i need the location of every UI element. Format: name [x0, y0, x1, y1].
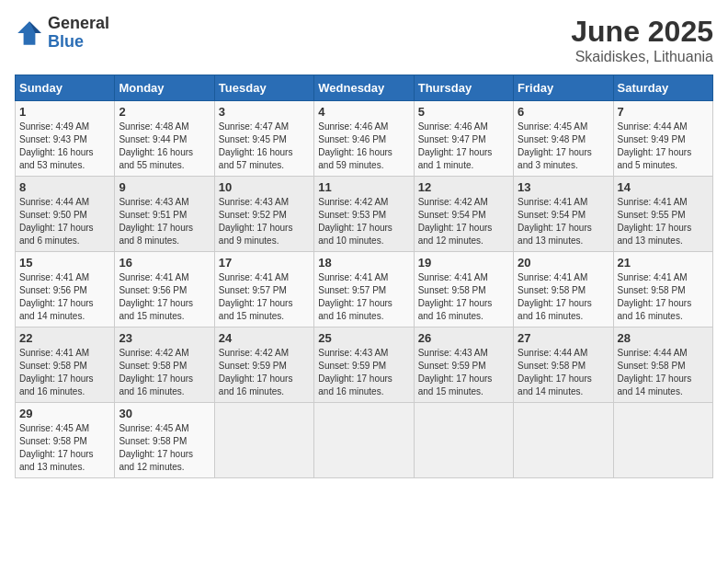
- day-number: 8: [19, 180, 110, 194]
- calendar-cell: 1Sunrise: 4:49 AM Sunset: 9:43 PM Daylig…: [16, 101, 115, 177]
- calendar-cell: 18Sunrise: 4:41 AM Sunset: 9:57 PM Dayli…: [314, 252, 414, 327]
- day-info: Sunrise: 4:42 AM Sunset: 9:53 PM Dayligh…: [318, 196, 409, 247]
- day-number: 6: [518, 105, 609, 119]
- calendar-table: SundayMondayTuesdayWednesdayThursdayFrid…: [15, 75, 713, 478]
- day-number: 16: [119, 256, 210, 270]
- calendar-cell: 15Sunrise: 4:41 AM Sunset: 9:56 PM Dayli…: [16, 252, 115, 327]
- calendar-cell: 23Sunrise: 4:42 AM Sunset: 9:58 PM Dayli…: [115, 327, 214, 403]
- day-info: Sunrise: 4:42 AM Sunset: 9:59 PM Dayligh…: [219, 347, 310, 398]
- day-number: 4: [318, 105, 409, 119]
- day-info: Sunrise: 4:45 AM Sunset: 9:48 PM Dayligh…: [518, 121, 609, 172]
- day-info: Sunrise: 4:43 AM Sunset: 9:59 PM Dayligh…: [418, 347, 509, 398]
- weekday-header-wednesday: Wednesday: [314, 75, 414, 101]
- day-info: Sunrise: 4:44 AM Sunset: 9:58 PM Dayligh…: [618, 347, 709, 398]
- calendar-cell: 19Sunrise: 4:41 AM Sunset: 9:58 PM Dayli…: [414, 252, 513, 327]
- header: General Blue June 2025 Skaidiskes, Lithu…: [15, 15, 713, 65]
- calendar-cell: 16Sunrise: 4:41 AM Sunset: 9:56 PM Dayli…: [115, 252, 214, 327]
- calendar-cell: 22Sunrise: 4:41 AM Sunset: 9:58 PM Dayli…: [16, 327, 115, 403]
- day-info: Sunrise: 4:41 AM Sunset: 9:54 PM Dayligh…: [518, 196, 609, 247]
- calendar-cell: 12Sunrise: 4:42 AM Sunset: 9:54 PM Dayli…: [414, 177, 513, 252]
- calendar-cell: [414, 403, 513, 478]
- day-info: Sunrise: 4:44 AM Sunset: 9:50 PM Dayligh…: [19, 196, 110, 247]
- calendar-cell: [613, 403, 712, 478]
- location-text: Skaidiskes, Lithuania: [571, 49, 713, 65]
- calendar-cell: 26Sunrise: 4:43 AM Sunset: 9:59 PM Dayli…: [414, 327, 513, 403]
- calendar-cell: 5Sunrise: 4:46 AM Sunset: 9:47 PM Daylig…: [414, 101, 513, 177]
- day-number: 30: [119, 407, 210, 420]
- day-info: Sunrise: 4:41 AM Sunset: 9:55 PM Dayligh…: [618, 196, 709, 247]
- calendar-cell: 27Sunrise: 4:44 AM Sunset: 9:58 PM Dayli…: [514, 327, 613, 403]
- calendar-cell: 24Sunrise: 4:42 AM Sunset: 9:59 PM Dayli…: [214, 327, 313, 403]
- calendar-cell: [314, 403, 414, 478]
- day-number: 19: [418, 256, 509, 270]
- day-info: Sunrise: 4:46 AM Sunset: 9:47 PM Dayligh…: [418, 121, 509, 172]
- calendar-week-row: 22Sunrise: 4:41 AM Sunset: 9:58 PM Dayli…: [16, 327, 713, 403]
- weekday-header-sunday: Sunday: [16, 75, 115, 101]
- calendar-cell: 30Sunrise: 4:45 AM Sunset: 9:58 PM Dayli…: [115, 403, 214, 478]
- weekday-header-friday: Friday: [514, 75, 613, 101]
- calendar-cell: 29Sunrise: 4:45 AM Sunset: 9:58 PM Dayli…: [16, 403, 115, 478]
- day-info: Sunrise: 4:42 AM Sunset: 9:58 PM Dayligh…: [119, 347, 210, 398]
- day-number: 24: [219, 331, 310, 345]
- day-info: Sunrise: 4:41 AM Sunset: 9:58 PM Dayligh…: [418, 271, 509, 323]
- day-number: 12: [418, 180, 509, 194]
- calendar-cell: 3Sunrise: 4:47 AM Sunset: 9:45 PM Daylig…: [214, 101, 313, 177]
- day-number: 2: [119, 105, 210, 119]
- calendar-cell: 4Sunrise: 4:46 AM Sunset: 9:46 PM Daylig…: [314, 101, 414, 177]
- day-number: 28: [618, 331, 709, 345]
- day-number: 23: [119, 331, 210, 345]
- logo: General Blue: [15, 15, 109, 52]
- day-info: Sunrise: 4:43 AM Sunset: 9:52 PM Dayligh…: [219, 196, 310, 247]
- calendar-cell: 7Sunrise: 4:44 AM Sunset: 9:49 PM Daylig…: [613, 101, 712, 177]
- calendar-cell: 14Sunrise: 4:41 AM Sunset: 9:55 PM Dayli…: [613, 177, 712, 252]
- day-info: Sunrise: 4:41 AM Sunset: 9:58 PM Dayligh…: [19, 347, 110, 398]
- calendar-week-row: 8Sunrise: 4:44 AM Sunset: 9:50 PM Daylig…: [16, 177, 713, 252]
- day-number: 10: [219, 180, 310, 194]
- calendar-cell: 25Sunrise: 4:43 AM Sunset: 9:59 PM Dayli…: [314, 327, 414, 403]
- day-info: Sunrise: 4:45 AM Sunset: 9:58 PM Dayligh…: [19, 422, 110, 474]
- day-number: 13: [518, 180, 609, 194]
- weekday-header-saturday: Saturday: [613, 75, 712, 101]
- day-number: 29: [19, 407, 110, 420]
- day-number: 15: [19, 256, 110, 270]
- day-info: Sunrise: 4:41 AM Sunset: 9:56 PM Dayligh…: [119, 271, 210, 323]
- calendar-cell: 10Sunrise: 4:43 AM Sunset: 9:52 PM Dayli…: [214, 177, 313, 252]
- day-info: Sunrise: 4:41 AM Sunset: 9:57 PM Dayligh…: [219, 271, 310, 323]
- calendar-week-row: 1Sunrise: 4:49 AM Sunset: 9:43 PM Daylig…: [16, 101, 713, 177]
- day-number: 3: [219, 105, 310, 119]
- day-number: 22: [19, 331, 110, 345]
- day-number: 5: [418, 105, 509, 119]
- day-info: Sunrise: 4:46 AM Sunset: 9:46 PM Dayligh…: [318, 121, 409, 172]
- day-number: 25: [318, 331, 409, 345]
- calendar-cell: 2Sunrise: 4:48 AM Sunset: 9:44 PM Daylig…: [115, 101, 214, 177]
- day-number: 9: [119, 180, 210, 194]
- day-number: 18: [318, 256, 409, 270]
- day-info: Sunrise: 4:43 AM Sunset: 9:51 PM Dayligh…: [119, 196, 210, 247]
- calendar-cell: 28Sunrise: 4:44 AM Sunset: 9:58 PM Dayli…: [613, 327, 712, 403]
- calendar-cell: 13Sunrise: 4:41 AM Sunset: 9:54 PM Dayli…: [514, 177, 613, 252]
- day-info: Sunrise: 4:41 AM Sunset: 9:57 PM Dayligh…: [318, 271, 409, 323]
- day-info: Sunrise: 4:44 AM Sunset: 9:58 PM Dayligh…: [518, 347, 609, 398]
- logo-text: General Blue: [48, 15, 109, 52]
- calendar-cell: 9Sunrise: 4:43 AM Sunset: 9:51 PM Daylig…: [115, 177, 214, 252]
- day-number: 11: [318, 180, 409, 194]
- day-number: 7: [618, 105, 709, 119]
- day-number: 26: [418, 331, 509, 345]
- calendar-cell: 6Sunrise: 4:45 AM Sunset: 9:48 PM Daylig…: [514, 101, 613, 177]
- calendar-cell: 11Sunrise: 4:42 AM Sunset: 9:53 PM Dayli…: [314, 177, 414, 252]
- title-area: June 2025 Skaidiskes, Lithuania: [571, 15, 713, 65]
- calendar-cell: 17Sunrise: 4:41 AM Sunset: 9:57 PM Dayli…: [214, 252, 313, 327]
- day-info: Sunrise: 4:41 AM Sunset: 9:58 PM Dayligh…: [618, 271, 709, 323]
- day-number: 14: [618, 180, 709, 194]
- logo-icon: [15, 18, 44, 48]
- calendar-week-row: 29Sunrise: 4:45 AM Sunset: 9:58 PM Dayli…: [16, 403, 713, 478]
- day-info: Sunrise: 4:44 AM Sunset: 9:49 PM Dayligh…: [618, 121, 709, 172]
- day-info: Sunrise: 4:42 AM Sunset: 9:54 PM Dayligh…: [418, 196, 509, 247]
- day-info: Sunrise: 4:48 AM Sunset: 9:44 PM Dayligh…: [119, 121, 210, 172]
- calendar-cell: [214, 403, 313, 478]
- day-number: 20: [518, 256, 609, 270]
- calendar-cell: 21Sunrise: 4:41 AM Sunset: 9:58 PM Dayli…: [613, 252, 712, 327]
- logo-blue-text: Blue: [48, 33, 109, 52]
- day-number: 21: [618, 256, 709, 270]
- day-number: 27: [518, 331, 609, 345]
